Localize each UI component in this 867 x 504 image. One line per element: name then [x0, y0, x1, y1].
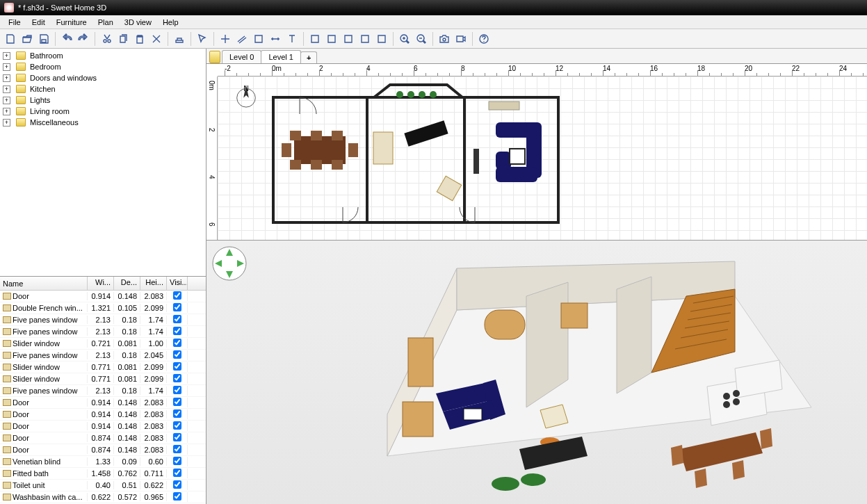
A3-button[interactable]: [341, 31, 356, 47]
catalog-bedroom[interactable]: +Bedroom: [1, 61, 204, 72]
delete-button[interactable]: [149, 31, 164, 47]
cell-visible-checkbox[interactable]: [173, 374, 181, 382]
new-button[interactable]: [3, 31, 18, 47]
expand-icon[interactable]: +: [3, 74, 10, 82]
ruler-tick: 12: [556, 65, 563, 72]
zoom-in-button[interactable]: [397, 31, 412, 47]
cell-visible-checkbox[interactable]: [173, 469, 181, 477]
table-row[interactable]: Venetian blind1.330.090.60: [0, 456, 206, 468]
expand-icon[interactable]: +: [3, 108, 10, 115]
A4-button[interactable]: [357, 31, 373, 47]
furniture-catalog-tree[interactable]: +Bathroom+Bedroom+Doors and windows+Kitc…: [0, 49, 206, 276]
table-row[interactable]: Slider window0.7210.0811.00: [0, 338, 206, 350]
menu-file[interactable]: File: [3, 17, 26, 28]
zoom-out-button[interactable]: [414, 31, 429, 47]
cell-visible-checkbox[interactable]: [173, 421, 181, 430]
table-row[interactable]: Fitted bath1.4580.7620.711: [0, 468, 206, 480]
floor-plan-drawing[interactable]: [218, 76, 857, 241]
catalog-living-room[interactable]: +Living room: [1, 106, 204, 117]
dim-button[interactable]: [268, 31, 283, 47]
expand-icon[interactable]: +: [3, 97, 10, 104]
cell-visible-checkbox[interactable]: [173, 339, 181, 347]
col-name[interactable]: Name: [0, 277, 88, 290]
cell-visible-checkbox[interactable]: [173, 433, 181, 441]
table-row[interactable]: Door0.9140.1482.083: [0, 291, 206, 302]
open-button[interactable]: [19, 31, 35, 47]
wall-button[interactable]: [234, 31, 250, 47]
table-row[interactable]: Toilet unit0.400.510.622: [0, 480, 206, 491]
menu-help[interactable]: Help: [157, 17, 184, 28]
paste-button[interactable]: [132, 31, 147, 47]
cell-visible-checkbox[interactable]: [173, 362, 181, 371]
select-button[interactable]: [195, 31, 210, 47]
view-3d[interactable]: [206, 241, 867, 504]
catalog-bathroom[interactable]: +Bathroom: [1, 50, 204, 61]
cell-visible-checkbox[interactable]: [173, 480, 181, 489]
expand-icon[interactable]: +: [3, 86, 10, 93]
help-button[interactable]: [476, 31, 492, 47]
menu-plan[interactable]: Plan: [92, 17, 119, 28]
furniture-thumb-icon: [3, 364, 11, 371]
table-row[interactable]: Double French win...1.3210.1052.099: [0, 302, 206, 314]
add-furn-button[interactable]: [172, 31, 187, 47]
table-row[interactable]: Door0.9140.1482.083: [0, 409, 206, 421]
expand-icon[interactable]: +: [3, 52, 10, 60]
col-visible[interactable]: Visi...: [167, 277, 188, 290]
col-depth[interactable]: De...: [114, 277, 140, 290]
menu-edit[interactable]: Edit: [26, 17, 51, 28]
level-locked-icon[interactable]: [209, 51, 220, 63]
save-button[interactable]: [36, 31, 51, 47]
undo-button[interactable]: [59, 31, 74, 47]
text-button[interactable]: [284, 31, 300, 47]
catalog-lights[interactable]: +Lights: [1, 95, 204, 106]
room-button[interactable]: [251, 31, 266, 47]
expand-icon[interactable]: +: [3, 119, 10, 127]
cell-visible-checkbox[interactable]: [173, 398, 181, 406]
video-button[interactable]: [453, 31, 469, 47]
menu-furniture[interactable]: Furniture: [51, 17, 92, 28]
table-row[interactable]: Door0.9140.1482.083: [0, 421, 206, 432]
cell-visible-checkbox[interactable]: [173, 291, 181, 300]
cell-visible-checkbox[interactable]: [173, 457, 181, 465]
expand-icon[interactable]: +: [3, 63, 10, 71]
table-row[interactable]: Door0.8740.1482.083: [0, 444, 206, 456]
cell-visible-checkbox[interactable]: [173, 445, 181, 453]
table-row[interactable]: Washbasin with ca...0.6220.5720.965: [0, 491, 206, 503]
photo-button[interactable]: [437, 31, 452, 47]
col-width[interactable]: Wi...: [88, 277, 114, 290]
table-row[interactable]: Five panes window2.130.182.045: [0, 350, 206, 361]
table-row[interactable]: Five panes window2.130.181.74: [0, 385, 206, 397]
add-level-button[interactable]: +: [300, 51, 317, 63]
cell-visible-checkbox[interactable]: [173, 350, 181, 359]
catalog-miscellaneous[interactable]: +Miscellaneous: [1, 117, 204, 128]
A1-button[interactable]: [307, 31, 323, 47]
cell-visible-checkbox[interactable]: [173, 303, 181, 311]
plan-2d-view[interactable]: -20m24681012141618202224 0m246 N: [206, 64, 867, 241]
table-row[interactable]: Slider window0.7710.0812.099: [0, 373, 206, 385]
level-tab-0[interactable]: Level 0: [222, 50, 261, 63]
level-tab-1[interactable]: Level 1: [261, 50, 300, 63]
table-row[interactable]: Five panes window2.130.181.74: [0, 314, 206, 326]
table-row[interactable]: Door0.8740.1482.083: [0, 432, 206, 444]
redo-button[interactable]: [76, 31, 91, 47]
table-row[interactable]: Door0.9140.1482.083: [0, 397, 206, 409]
col-height[interactable]: Hei...: [140, 277, 167, 290]
catalog-kitchen[interactable]: +Kitchen: [1, 83, 204, 95]
bold-button[interactable]: [374, 31, 389, 47]
menu-3d-view[interactable]: 3D view: [119, 17, 157, 28]
furniture-list-table[interactable]: Name Wi... De... Hei... Visi... Door0.91…: [0, 276, 206, 504]
A2-button[interactable]: [324, 31, 339, 47]
cell-visible-checkbox[interactable]: [173, 409, 181, 418]
pan-button[interactable]: [218, 31, 233, 47]
cell-visible-checkbox[interactable]: [173, 386, 181, 394]
cell-visible-checkbox[interactable]: [173, 327, 181, 335]
table-row[interactable]: Slider window0.7710.0812.099: [0, 361, 206, 373]
cut-button[interactable]: [99, 31, 114, 47]
copy-button[interactable]: [115, 31, 131, 47]
cell-visible-checkbox[interactable]: [173, 492, 181, 501]
cell-name: Five panes window: [13, 387, 78, 395]
table-row[interactable]: Five panes window2.130.181.74: [0, 326, 206, 338]
catalog-doors-and-windows[interactable]: +Doors and windows: [1, 72, 204, 83]
cell-visible-checkbox[interactable]: [173, 315, 181, 323]
cell-depth: 0.18: [114, 351, 140, 359]
